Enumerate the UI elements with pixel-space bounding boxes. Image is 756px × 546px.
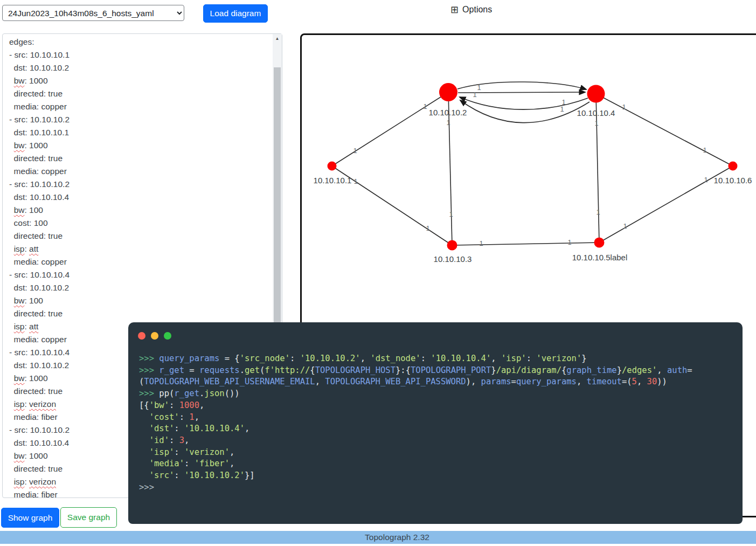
edge-label: 1: [703, 146, 706, 154]
graph-node[interactable]: [328, 162, 337, 171]
yaml-line: isp: att: [9, 243, 269, 255]
yaml-line: dst: 10.10.10.4: [9, 191, 269, 204]
graph-edges: [332, 82, 733, 245]
edge-label: 1: [423, 102, 427, 110]
node-label: 10.10.10.1: [314, 176, 352, 185]
graph-node[interactable]: [587, 85, 605, 103]
yaml-line: bw: 100: [9, 204, 269, 217]
terminal-line: 'cost': 1,: [139, 412, 737, 424]
terminal-traffic-lights: [138, 332, 171, 340]
node-label: 10.10.10.2: [429, 108, 467, 117]
yaml-line: bw: 100: [9, 294, 269, 307]
edge-label: 1: [704, 176, 708, 184]
yaml-line: directed: true: [9, 230, 269, 243]
scroll-up-arrow-icon[interactable]: ▲: [273, 34, 282, 43]
yaml-line: - src: 10.10.10.1: [9, 49, 269, 61]
edge-label: 1: [449, 210, 453, 218]
graph-edge[interactable]: [452, 243, 599, 245]
edge-label: 1: [623, 222, 627, 230]
save-graph-button[interactable]: Save graph: [60, 507, 117, 528]
node-label: 10.10.10.4: [577, 108, 615, 118]
terminal-line: (TOPOLOGRAPH_WEB_API_USERNAME_EMAIL, TOP…: [139, 376, 737, 388]
terminal-line: >>> query_params = {'src_node': '10.10.1…: [139, 353, 737, 365]
footer-version-text: Topolograph 2.32: [365, 533, 429, 542]
edge-label: 1: [622, 103, 626, 111]
edge-label: 1: [426, 224, 429, 232]
graph-nodes: [328, 83, 738, 251]
graph-directed-edge[interactable]: [458, 92, 585, 93]
graph-node[interactable]: [447, 240, 457, 251]
terminal-maximize-icon: [164, 332, 171, 340]
python-terminal: >>> query_params = {'src_node': '10.10.1…: [128, 322, 743, 524]
terminal-line: >>> pp(r_get.json()): [139, 388, 737, 400]
yaml-line: media: copper: [9, 255, 269, 268]
terminal-line: >>> r_get = requests.get(f'http://{TOPOL…: [139, 365, 737, 377]
terminal-minimize-icon: [151, 332, 158, 340]
node-label: 10.10.10.5label: [572, 253, 628, 262]
graph-node[interactable]: [729, 162, 738, 171]
yaml-line: edges:: [9, 36, 269, 49]
node-label: 10.10.10.3: [434, 254, 472, 264]
show-graph-button[interactable]: Show graph: [1, 508, 59, 528]
yaml-line: directed: true: [9, 152, 269, 165]
yaml-line: dst: 10.10.10.1: [9, 126, 269, 139]
edge-label: 1: [473, 91, 476, 99]
terminal-line: >>>: [139, 482, 737, 494]
edge-label: 1: [567, 238, 571, 246]
edge-label: 1: [560, 105, 564, 113]
graph-edge[interactable]: [332, 92, 448, 166]
yaml-line: directed: true: [9, 87, 269, 100]
terminal-line: 'id': 3,: [139, 435, 737, 447]
edge-label: 1: [477, 84, 481, 92]
terminal-close-icon: [138, 332, 145, 340]
yaml-line: - src: 10.10.10.2: [9, 113, 269, 126]
yaml-line: - src: 10.10.10.2: [9, 178, 269, 191]
edge-label: 1: [446, 119, 450, 127]
yaml-line: bw: 1000: [9, 139, 269, 152]
yaml-line: - src: 10.10.10.4: [9, 268, 269, 281]
terminal-line: 'src': '10.10.10.2'}]: [139, 470, 737, 482]
node-label: 10.10.10.6: [714, 176, 752, 185]
graph-directed-edge[interactable]: [460, 97, 588, 109]
yaml-line: directed: true: [9, 307, 269, 320]
yaml-line: media: copper: [9, 100, 269, 113]
yaml-line: media: copper: [9, 165, 269, 178]
terminal-body: >>> query_params = {'src_node': '10.10.1…: [139, 353, 737, 493]
edge-label: 1: [594, 119, 598, 127]
yaml-line: dst: 10.10.10.2: [9, 281, 269, 294]
graph-edge[interactable]: [596, 94, 733, 166]
edge-label: 1: [353, 177, 357, 185]
terminal-line: 'dst': '10.10.10.4',: [139, 423, 737, 435]
terminal-line: 'media': 'fiber',: [139, 458, 737, 470]
graph-edge-labels: 111111111111111111: [353, 84, 708, 247]
terminal-line: [{'bw': 1000,: [139, 400, 737, 412]
graph-node-labels: 10.10.10.110.10.10.210.10.10.310.10.10.4…: [314, 108, 752, 264]
graph-node[interactable]: [439, 83, 457, 101]
footer-bar: Topolograph 2.32: [0, 531, 756, 544]
yaml-line: bw: 1000: [9, 74, 269, 87]
yaml-line: cost: 100: [9, 217, 269, 230]
graph-node[interactable]: [594, 238, 605, 248]
yaml-line: dst: 10.10.10.2: [9, 61, 269, 74]
graph-edge[interactable]: [599, 166, 733, 243]
edge-label: 1: [353, 147, 357, 155]
terminal-line: 'isp': 'verizon',: [139, 447, 737, 459]
edge-label: 1: [596, 208, 600, 216]
edge-label: 1: [479, 239, 483, 247]
